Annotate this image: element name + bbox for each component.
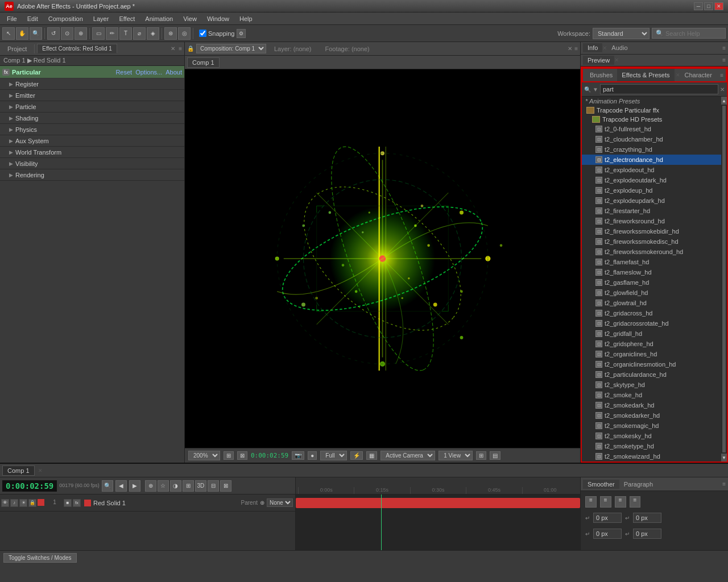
- preset-t2-skytype[interactable]: ⊡ t2_skytype_hd: [582, 380, 721, 390]
- menu-view[interactable]: View: [179, 13, 201, 24]
- menu-animation[interactable]: Animation: [140, 13, 177, 24]
- fast-preview-btn[interactable]: ⚡: [350, 451, 363, 460]
- align-left-btn[interactable]: ≡: [585, 496, 597, 508]
- preset-t2-explodeoutdark[interactable]: ⊡ t2_explodeoutdark_hd: [582, 175, 721, 185]
- tl-search-btn[interactable]: 🔍: [102, 480, 113, 492]
- tl-motion-blur[interactable]: ◑: [170, 480, 181, 492]
- menu-help[interactable]: Help: [235, 13, 257, 24]
- paragraph-tab[interactable]: Paragraph: [619, 480, 657, 489]
- timeline-btn[interactable]: ▦: [366, 451, 377, 460]
- timeline-comp-tab[interactable]: Comp 1: [2, 465, 35, 476]
- snapping-checkbox[interactable]: [199, 30, 206, 37]
- pen-tool[interactable]: ✏: [106, 27, 118, 40]
- preview-menu[interactable]: ≡: [722, 57, 726, 63]
- ep-scrollbar[interactable]: ▲ ▼: [721, 97, 727, 462]
- trapcode-hd-folder[interactable]: Trapcode HD Presets: [582, 115, 721, 124]
- align-right-btn[interactable]: ≡: [615, 496, 626, 508]
- preset-t2-smokemagic[interactable]: ⊡ t2_smokemagic_hd: [582, 421, 721, 431]
- prop-particle[interactable]: ▶ Particle: [0, 101, 184, 113]
- render-btn[interactable]: ▤: [490, 451, 500, 460]
- tl-layer-bar[interactable]: [296, 498, 580, 508]
- preset-t2-explodeout[interactable]: ⊡ t2_explodeout_hd: [582, 165, 721, 175]
- mask-btn[interactable]: ⊠: [237, 451, 247, 460]
- project-tab[interactable]: Project: [2, 44, 32, 54]
- workspace-select[interactable]: Standard: [593, 28, 650, 39]
- text-tool[interactable]: T: [119, 27, 132, 40]
- comp-canvas[interactable]: [185, 69, 580, 448]
- align-justify-btn[interactable]: ≡: [630, 496, 641, 508]
- close-button[interactable]: ✕: [714, 2, 723, 10]
- effect-controls-tab[interactable]: Effect Controls: Red Solid 1: [37, 44, 117, 53]
- timeline-tab-close[interactable]: ✕: [38, 468, 43, 473]
- tl-guide[interactable]: ⊟: [208, 480, 219, 492]
- preset-t2-fireworkssmokeround[interactable]: ⊡ t2_fireworkssmokeround_hd: [582, 247, 721, 257]
- trapcode-folder[interactable]: Trapcode Particular ffx: [582, 106, 721, 115]
- zoom-select[interactable]: 200%: [188, 451, 220, 460]
- comp-tab[interactable]: Comp 1: [187, 57, 220, 68]
- about-action[interactable]: About: [166, 69, 182, 76]
- preset-t2-glowfield[interactable]: ⊡ t2_glowfield_hd: [582, 288, 721, 298]
- ep-search-clear[interactable]: ✕: [720, 86, 725, 93]
- tl-solo[interactable]: ☆: [158, 480, 169, 492]
- prop-shading[interactable]: ▶ Shading: [0, 113, 184, 124]
- indent-value-3[interactable]: [593, 529, 622, 539]
- layer-audio-btn[interactable]: ♪: [10, 499, 18, 507]
- indent-value-4[interactable]: [633, 529, 661, 539]
- tl-3d[interactable]: 3D: [195, 480, 206, 492]
- selection-tool[interactable]: ↖: [2, 27, 15, 40]
- preset-t2-explodeupdark[interactable]: ⊡ t2_explodeupdark_hd: [582, 196, 721, 206]
- info-tab[interactable]: Info: [583, 43, 602, 52]
- right-panel-menu[interactable]: ≡: [722, 45, 726, 51]
- preset-t2-firestarter[interactable]: ⊡ t2_firestarter_hd: [582, 206, 721, 216]
- layer-lock-btn[interactable]: 🔒: [28, 499, 36, 507]
- comp-close[interactable]: ✕: [568, 45, 572, 52]
- maximize-button[interactable]: □: [704, 2, 713, 10]
- show-channel-btn[interactable]: ●: [308, 451, 317, 460]
- menu-layer[interactable]: Layer: [89, 13, 114, 24]
- menu-file[interactable]: File: [2, 13, 22, 24]
- ep-search-input[interactable]: [600, 84, 718, 94]
- grid-btn[interactable]: ⊞: [224, 451, 234, 460]
- reset-action[interactable]: Reset: [115, 69, 132, 76]
- rect-tool[interactable]: ▭: [92, 27, 105, 40]
- clone-tool[interactable]: ◈: [147, 27, 159, 40]
- prop-rendering[interactable]: ▶ Rendering: [0, 169, 184, 181]
- scroll-thumb[interactable]: [722, 106, 726, 452]
- preview-close[interactable]: ✕: [614, 57, 619, 63]
- camera-orbit-tool[interactable]: ⊙: [61, 27, 73, 40]
- preset-t2-glowtrail[interactable]: ⊡ t2_glowtrail_hd: [582, 298, 721, 308]
- hand-tool[interactable]: ✋: [16, 27, 28, 40]
- effects-presets-tab[interactable]: Effects & Presets: [617, 69, 674, 81]
- layer-solo-btn[interactable]: ☀: [19, 499, 27, 507]
- layer-eye-btn[interactable]: 👁: [1, 499, 9, 507]
- comp-menu[interactable]: ≡: [574, 45, 578, 52]
- prop-register[interactable]: ▶ Register: [0, 78, 184, 90]
- preset-t2-fireworksround[interactable]: ⊡ t2_fireworksround_hd: [582, 216, 721, 226]
- preset-t2-fireworkssmokedisc[interactable]: ⊡ t2_fireworkssmokedisc_hd: [582, 236, 721, 247]
- preset-t2-gasflame[interactable]: ⊡ t2_gasflame_hd: [582, 277, 721, 288]
- puppet-tool[interactable]: ⊛: [164, 27, 177, 40]
- prop-world-transform[interactable]: ▶ World Transform: [0, 147, 184, 158]
- left-panel-close[interactable]: ✕: [171, 45, 175, 52]
- quality-select[interactable]: Full: [320, 451, 347, 460]
- prop-physics[interactable]: ▶ Physics: [0, 124, 184, 135]
- brush-tool[interactable]: ⌀: [133, 27, 146, 40]
- menu-effect[interactable]: Effect: [114, 13, 139, 24]
- preset-t2-flamefast[interactable]: ⊡ t2_flamefast_hd: [582, 257, 721, 267]
- preset-t2-smokedark[interactable]: ⊡ t2_smokedark_hd: [582, 400, 721, 410]
- indent-value-1[interactable]: [593, 513, 622, 523]
- tl-adjustment[interactable]: ⊞: [183, 480, 194, 492]
- character-tab[interactable]: Character: [680, 69, 717, 81]
- preset-t2-gridacrossrotate[interactable]: ⊡ t2_gridacrossrotate_hd: [582, 318, 721, 329]
- preset-t2-crazything[interactable]: ⊡ t2_crazything_hd: [582, 144, 721, 155]
- tl-add-marker[interactable]: ⊕: [145, 480, 156, 492]
- tl-next-keyframe[interactable]: ▶: [129, 480, 140, 492]
- audio-tab[interactable]: Audio: [607, 43, 632, 52]
- preset-t2-fireworkssmokebidir[interactable]: ⊡ t2_fireworkssmokebidir_hd: [582, 226, 721, 236]
- layer-fx-icon[interactable]: fx: [73, 499, 81, 507]
- rotate-tool[interactable]: ↺: [47, 27, 60, 40]
- indent-value-2[interactable]: [633, 513, 661, 523]
- menu-composition[interactable]: Composition: [44, 13, 88, 24]
- preset-t2-smoketype[interactable]: ⊡ t2_smoketype_hd: [582, 441, 721, 451]
- roto-tool[interactable]: ◎: [178, 27, 191, 40]
